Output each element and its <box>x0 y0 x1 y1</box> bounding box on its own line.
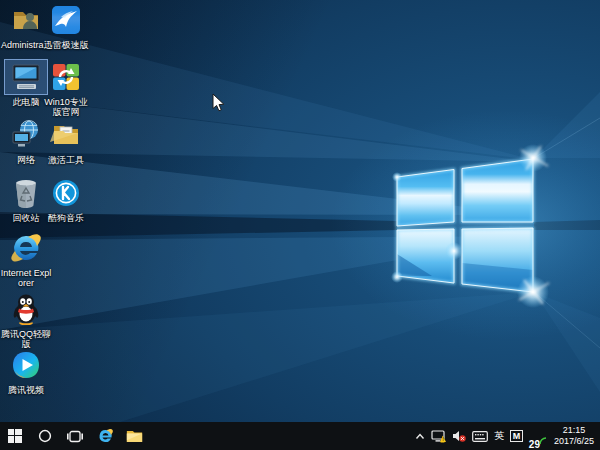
icon-label: Win10专业版官网 <box>40 97 92 117</box>
chevron-up-icon <box>415 433 425 440</box>
windows-logo-icon <box>8 429 22 443</box>
icon-label: 激活工具 <box>40 155 92 165</box>
taskbar-clock[interactable]: 21:15 2017/6/25 <box>550 425 600 447</box>
clock-date: 2017/6/25 <box>554 436 594 447</box>
this-pc-icon <box>10 61 42 93</box>
thunder-bird-icon <box>51 5 81 35</box>
taskbar: ! 英 M 29 <box>0 422 600 450</box>
desktop-icon-internet-explorer[interactable]: Internet Explorer <box>0 230 52 288</box>
ime-mode-label: M <box>510 430 523 442</box>
icon-label: 酷狗音乐 <box>40 213 92 223</box>
speaker-muted-icon <box>452 430 466 442</box>
task-view-button[interactable] <box>62 422 88 450</box>
qq-penguin-icon <box>11 293 41 325</box>
tools-folder-icon <box>50 119 82 151</box>
keyboard-icon <box>472 431 488 442</box>
icon-label: 腾讯视频 <box>0 385 52 395</box>
system-tray: ! 英 M 29 <box>412 422 600 450</box>
taskbar-internet-explorer[interactable] <box>92 422 118 450</box>
ime-language-indicator[interactable]: 英 <box>491 422 507 450</box>
temperature-widget[interactable]: 29 <box>526 422 550 450</box>
file-explorer-icon <box>126 429 143 443</box>
icon-label: 腾讯QQ轻聊版 <box>0 329 52 349</box>
recycle-bin-icon <box>11 177 41 209</box>
ime-language-label: 英 <box>494 429 504 443</box>
touch-keyboard-icon[interactable] <box>469 422 491 450</box>
ime-mode-indicator[interactable]: M <box>507 422 526 450</box>
network-status-icon[interactable]: ! <box>428 422 449 450</box>
temperature-arc-icon <box>539 436 547 445</box>
clock-time: 21:15 <box>554 425 594 436</box>
desktop[interactable]: Administra... 迅雷极速版 此电脑 <box>0 0 600 422</box>
desktop-icon-kugou[interactable]: 酷狗音乐 <box>40 175 92 223</box>
task-view-icon <box>67 430 83 443</box>
desktop-icon-win10-site[interactable]: Win10专业版官网 <box>40 59 92 117</box>
tencent-video-icon <box>11 350 41 380</box>
taskbar-file-explorer[interactable] <box>121 422 147 450</box>
cortana-circle-icon <box>38 429 52 443</box>
win10-colored-squares-icon <box>51 62 81 92</box>
network-globe-icon <box>10 119 42 151</box>
desktop-icon-activation-tools[interactable]: 激活工具 <box>40 117 92 165</box>
network-warning-icon: ! <box>431 430 446 443</box>
kugou-music-icon <box>51 178 81 208</box>
start-button[interactable] <box>2 422 28 450</box>
desktop-icon-thunder[interactable]: 迅雷极速版 <box>40 2 92 50</box>
internet-explorer-icon <box>97 428 114 444</box>
icon-label: Internet Explorer <box>0 268 52 288</box>
internet-explorer-icon <box>9 232 43 264</box>
administrator-folder-icon <box>10 4 42 36</box>
icon-label: 迅雷极速版 <box>40 40 92 50</box>
mouse-cursor <box>212 93 226 113</box>
desktop-icon-qq[interactable]: 腾讯QQ轻聊版 <box>0 291 52 349</box>
show-hidden-icons-button[interactable] <box>412 422 428 450</box>
volume-muted-icon[interactable] <box>449 422 469 450</box>
desktop-icon-tencent-video[interactable]: 腾讯视频 <box>0 347 52 395</box>
cortana-search-button[interactable] <box>32 422 58 450</box>
